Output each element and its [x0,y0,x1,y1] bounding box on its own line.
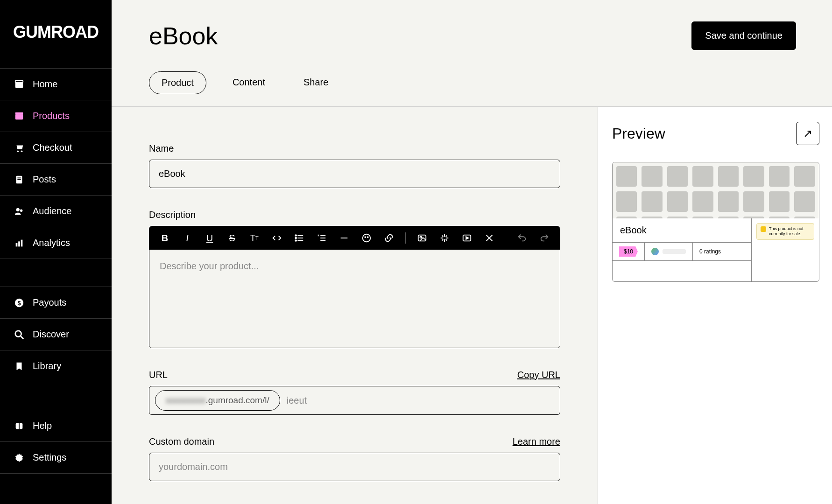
open-preview-button[interactable]: ↗ [796,122,819,145]
numbered-list-icon[interactable] [316,232,328,244]
preview-card: eBook $10 0 ratings This product [612,162,819,282]
url-label: URL [149,370,168,380]
audience-icon [14,206,24,217]
svg-point-32 [363,234,371,242]
bold-icon[interactable]: B [159,232,171,244]
video-icon[interactable] [461,232,473,244]
text-size-icon[interactable]: TT [248,232,261,244]
sidebar-item-settings[interactable]: Settings [0,442,112,474]
sidebar-item-label: Discover [33,329,69,340]
description-editor: B I U S TT [149,226,560,348]
bullet-list-icon[interactable] [293,232,305,244]
home-icon [14,79,24,90]
sidebar-item-help[interactable]: Help [0,410,112,442]
preview-title: Preview [612,125,665,142]
quote-icon[interactable] [360,232,373,244]
sidebar-item-analytics[interactable]: Analytics [0,227,112,259]
sidebar-item-label: Payouts [33,297,66,308]
sidebar-item-payouts[interactable]: $ Payouts [0,287,112,319]
x-icon[interactable] [483,232,495,244]
library-icon [14,361,24,371]
svg-point-4 [17,150,19,152]
posts-icon [14,175,24,185]
image-icon[interactable] [416,232,428,244]
main: eBook Save and continue Product Content … [112,0,832,504]
svg-point-5 [21,150,23,152]
preview-price-badge: $10 [619,246,638,257]
url-input[interactable]: xxxxxxxxx.gumroad.com/l/ [149,386,560,415]
sidebar: GUMROAD Home Products Checkout [0,0,112,504]
name-input[interactable] [149,160,560,188]
svg-rect-1 [15,80,23,82]
tab-content[interactable]: Content [220,71,277,94]
preview-alert: This product is not currently for sale. [756,223,814,240]
preview-ratings: 0 ratings [693,243,751,260]
learn-more-link[interactable]: Learn more [513,436,560,447]
svg-rect-7 [17,177,21,178]
preview-product-name: eBook [613,218,751,243]
url-slug-input[interactable] [287,395,554,406]
sidebar-item-discover[interactable]: Discover [0,319,112,350]
sidebar-item-label: Checkout [33,142,72,153]
sidebar-item-home[interactable]: Home [0,69,112,100]
payouts-icon: $ [14,298,24,308]
link-icon[interactable] [383,232,395,244]
undo-icon[interactable] [516,232,528,244]
svg-text:$: $ [17,299,21,306]
sidebar-item-label: Posts [33,174,56,185]
description-label: Description [149,210,196,220]
svg-rect-11 [16,243,18,246]
sidebar-item-library[interactable]: Library [0,350,112,382]
sidebar-item-posts[interactable]: Posts [0,164,112,196]
custom-domain-input[interactable] [149,453,560,481]
sidebar-item-label: Products [33,111,70,121]
code-icon[interactable] [271,232,283,244]
brand-logo: GUMROAD [13,22,99,42]
copy-url-link[interactable]: Copy URL [517,370,560,380]
products-icon [14,111,24,121]
svg-point-36 [420,236,422,238]
sidebar-item-products[interactable]: Products [0,100,112,132]
svg-rect-13 [21,239,23,246]
avatar-icon [651,248,659,255]
sidebar-item-audience[interactable]: Audience [0,196,112,227]
tab-product[interactable]: Product [149,71,206,94]
tabs: Product Content Share [149,71,796,94]
sidebar-item-label: Library [33,361,61,371]
strikethrough-icon[interactable]: S [226,232,238,244]
settings-icon [14,453,24,463]
sidebar-item-label: Audience [33,206,71,217]
sidebar-item-label: Help [33,420,52,431]
tab-share[interactable]: Share [291,71,340,94]
preview-panel: Preview ↗ eBook [598,107,832,504]
save-and-continue-button[interactable]: Save and continue [691,21,796,50]
svg-rect-19 [19,423,20,429]
name-label: Name [149,143,174,154]
editor-toolbar: B I U S TT [149,226,560,250]
horizontal-rule-icon[interactable] [338,232,350,244]
help-icon [14,421,24,431]
description-textarea[interactable]: Describe your product... [149,250,560,348]
page-title: eBook [149,22,218,50]
svg-rect-8 [17,179,21,180]
svg-rect-12 [18,241,20,246]
svg-point-9 [16,208,20,211]
svg-rect-3 [15,112,23,114]
svg-point-26 [295,240,296,241]
sparkle-icon[interactable] [438,232,451,244]
form-column: Name Description B I U S TT [112,107,598,504]
svg-rect-0 [15,82,23,88]
sidebar-item-label: Analytics [33,238,70,248]
custom-domain-label: Custom domain [149,436,214,447]
svg-point-33 [365,237,366,238]
underline-icon[interactable]: U [204,232,216,244]
analytics-icon [14,238,24,248]
italic-icon[interactable]: I [181,232,193,244]
redo-icon[interactable] [538,232,550,244]
sidebar-item-checkout[interactable]: Checkout [0,132,112,164]
svg-point-10 [20,209,23,212]
discover-icon [14,329,24,340]
warning-icon [761,226,766,232]
svg-point-16 [15,330,21,336]
preview-seller [645,243,693,260]
